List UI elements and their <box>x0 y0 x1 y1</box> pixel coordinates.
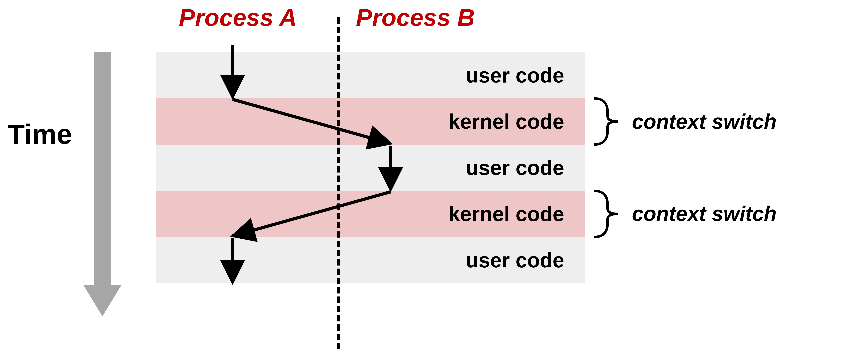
brace-icon-2 <box>594 191 618 237</box>
band-user-2: user code <box>156 144 585 191</box>
band-kernel-2: kernel code <box>156 191 585 237</box>
band-label: user code <box>466 248 564 272</box>
process-divider-line <box>337 18 340 349</box>
process-b-header: Process B <box>356 3 475 32</box>
band-label: kernel code <box>448 109 564 134</box>
time-arrow-icon <box>83 52 122 316</box>
band-user-3: user code <box>156 237 585 283</box>
band-kernel-1: kernel code <box>156 98 585 144</box>
diagram-canvas: Time Process A Process B user code kerne… <box>0 0 868 359</box>
band-label: user code <box>466 63 564 87</box>
band-label: kernel code <box>448 202 564 226</box>
process-a-header: Process A <box>179 3 297 32</box>
band-label: user code <box>466 156 564 180</box>
execution-bands: user code kernel code user code kernel c… <box>156 52 585 283</box>
context-switch-label-2: context switch <box>632 201 777 225</box>
brace-icon-1 <box>594 98 618 144</box>
context-switch-label-1: context switch <box>632 109 777 134</box>
time-axis-label: Time <box>0 118 80 150</box>
band-user-1: user code <box>156 52 585 98</box>
